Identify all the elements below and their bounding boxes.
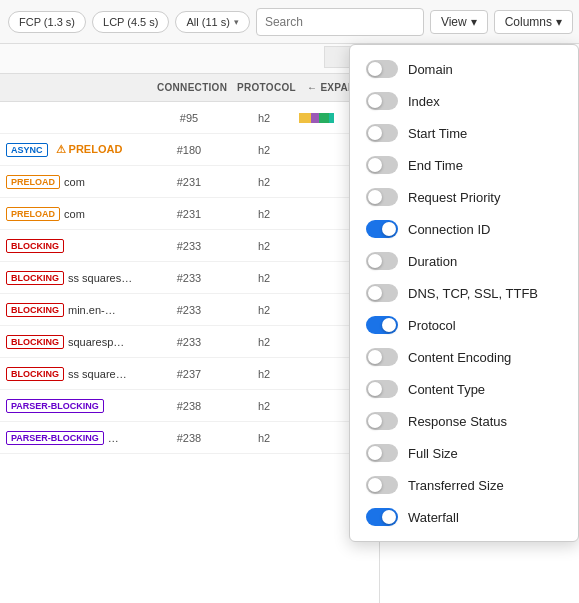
row-connection: #95 — [149, 112, 229, 124]
toggle-full-size[interactable] — [366, 444, 398, 462]
toggle-duration[interactable] — [366, 252, 398, 270]
toggle-knob-connection-id — [382, 222, 396, 236]
row-name: ss square… — [68, 368, 127, 380]
table-row[interactable]: BLOCKING min.en-… #233 h2 — [0, 294, 379, 326]
lcp-filter-button[interactable]: LCP (4.5 s) — [92, 11, 169, 33]
dropdown-item-label-content-encoding: Content Encoding — [408, 350, 511, 365]
table-left: 0 s CONNECTION PROTOCOL ← EXPAN #95 h2 A… — [0, 44, 380, 603]
badge: PARSER-BLOCKING — [6, 399, 104, 413]
table-row[interactable]: ASYNC⚠ PRELOAD #180 h2 — [0, 134, 379, 166]
toggle-knob-protocol — [382, 318, 396, 332]
dropdown-item-request-priority[interactable]: Request Priority — [350, 181, 578, 213]
dropdown-item-dns-tcp-ssl-ttfb[interactable]: DNS, TCP, SSL, TTFB — [350, 277, 578, 309]
toggle-knob-request-priority — [368, 190, 382, 204]
row-name: squaresp… — [68, 336, 124, 348]
toggle-connection-id[interactable] — [366, 220, 398, 238]
row-protocol: h2 — [229, 240, 299, 252]
row-left: PRELOAD com — [0, 175, 149, 189]
waterfall-segment — [299, 113, 311, 123]
row-connection: #238 — [149, 432, 229, 444]
row-name: ss squares… — [68, 272, 132, 284]
view-button[interactable]: View ▾ — [430, 10, 488, 34]
row-protocol: h2 — [229, 176, 299, 188]
toggle-knob-waterfall — [382, 510, 396, 524]
table-row[interactable]: PARSER-BLOCKING … #238 h2 — [0, 422, 379, 454]
dropdown-item-index[interactable]: Index — [350, 85, 578, 117]
row-connection: #231 — [149, 208, 229, 220]
row-protocol: h2 — [229, 432, 299, 444]
toggle-index[interactable] — [366, 92, 398, 110]
row-name: com — [64, 208, 85, 220]
badge: ⚠ PRELOAD — [52, 142, 127, 157]
table-row[interactable]: PRELOAD com #231 h2 — [0, 166, 379, 198]
dropdown-item-label-end-time: End Time — [408, 158, 463, 173]
row-connection: #233 — [149, 336, 229, 348]
dropdown-item-content-encoding[interactable]: Content Encoding — [350, 341, 578, 373]
toggle-knob-transferred-size — [368, 478, 382, 492]
table-row[interactable]: BLOCKING ss square… #237 h2 — [0, 358, 379, 390]
row-protocol: h2 — [229, 400, 299, 412]
toggle-knob-index — [368, 94, 382, 108]
toggle-knob-full-size — [368, 446, 382, 460]
row-left: PARSER-BLOCKING — [0, 399, 149, 413]
toggle-transferred-size[interactable] — [366, 476, 398, 494]
badge: PRELOAD — [6, 207, 60, 221]
fcp-filter-button[interactable]: FCP (1.3 s) — [8, 11, 86, 33]
columns-button[interactable]: Columns ▾ — [494, 10, 573, 34]
toggle-knob-content-type — [368, 382, 382, 396]
badge: ASYNC — [6, 143, 48, 157]
row-connection: #233 — [149, 304, 229, 316]
dropdown-item-transferred-size[interactable]: Transferred Size — [350, 469, 578, 501]
dropdown-item-duration[interactable]: Duration — [350, 245, 578, 277]
row-name: min.en-… — [68, 304, 116, 316]
table-row[interactable]: PRELOAD com #231 h2 — [0, 198, 379, 230]
badge: BLOCKING — [6, 367, 64, 381]
all-caret-icon: ▾ — [234, 17, 239, 27]
row-left: BLOCKING — [0, 239, 149, 253]
row-connection: #180 — [149, 144, 229, 156]
badge: PARSER-BLOCKING — [6, 431, 104, 445]
dropdown-item-label-request-priority: Request Priority — [408, 190, 500, 205]
all-filter-button[interactable]: All (11 s) ▾ — [175, 11, 249, 33]
dropdown-item-full-size[interactable]: Full Size — [350, 437, 578, 469]
toggle-protocol[interactable] — [366, 316, 398, 334]
toggle-content-type[interactable] — [366, 380, 398, 398]
table-row[interactable]: BLOCKING squaresp… #233 h2 — [0, 326, 379, 358]
dropdown-item-end-time[interactable]: End Time — [350, 149, 578, 181]
toggle-request-priority[interactable] — [366, 188, 398, 206]
dropdown-item-connection-id[interactable]: Connection ID — [350, 213, 578, 245]
dropdown-item-label-duration: Duration — [408, 254, 457, 269]
dropdown-item-protocol[interactable]: Protocol — [350, 309, 578, 341]
search-input[interactable] — [256, 8, 424, 36]
toggle-end-time[interactable] — [366, 156, 398, 174]
toggle-knob-start-time — [368, 126, 382, 140]
dropdown-item-start-time[interactable]: Start Time — [350, 117, 578, 149]
row-left: PARSER-BLOCKING … — [0, 431, 149, 445]
dropdown-item-domain[interactable]: Domain — [350, 53, 578, 85]
waterfall-segment — [319, 113, 329, 123]
columns-label: Columns — [505, 15, 552, 29]
dropdown-item-response-status[interactable]: Response Status — [350, 405, 578, 437]
fcp-label: FCP (1.3 s) — [19, 16, 75, 28]
row-protocol: h2 — [229, 336, 299, 348]
toggle-knob-duration — [368, 254, 382, 268]
toggle-response-status[interactable] — [366, 412, 398, 430]
toggle-content-encoding[interactable] — [366, 348, 398, 366]
waterfall-bar — [299, 113, 334, 123]
columns-caret-icon: ▾ — [556, 15, 562, 29]
table-row[interactable]: PARSER-BLOCKING #238 h2 — [0, 390, 379, 422]
toggle-domain[interactable] — [366, 60, 398, 78]
table-row[interactable]: BLOCKING ss squares… #233 h2 — [0, 262, 379, 294]
row-left: BLOCKING ss square… — [0, 367, 149, 381]
toggle-dns-tcp-ssl-ttfb[interactable] — [366, 284, 398, 302]
waterfall-segment — [311, 113, 319, 123]
table-row[interactable]: BLOCKING #233 h2 — [0, 230, 379, 262]
toggle-start-time[interactable] — [366, 124, 398, 142]
table-row[interactable]: #95 h2 — [0, 102, 379, 134]
dropdown-item-label-dns-tcp-ssl-ttfb: DNS, TCP, SSL, TTFB — [408, 286, 538, 301]
row-left: ASYNC⚠ PRELOAD — [0, 142, 149, 157]
row-left: BLOCKING min.en-… — [0, 303, 149, 317]
dropdown-item-waterfall[interactable]: Waterfall — [350, 501, 578, 533]
dropdown-item-content-type[interactable]: Content Type — [350, 373, 578, 405]
toggle-waterfall[interactable] — [366, 508, 398, 526]
